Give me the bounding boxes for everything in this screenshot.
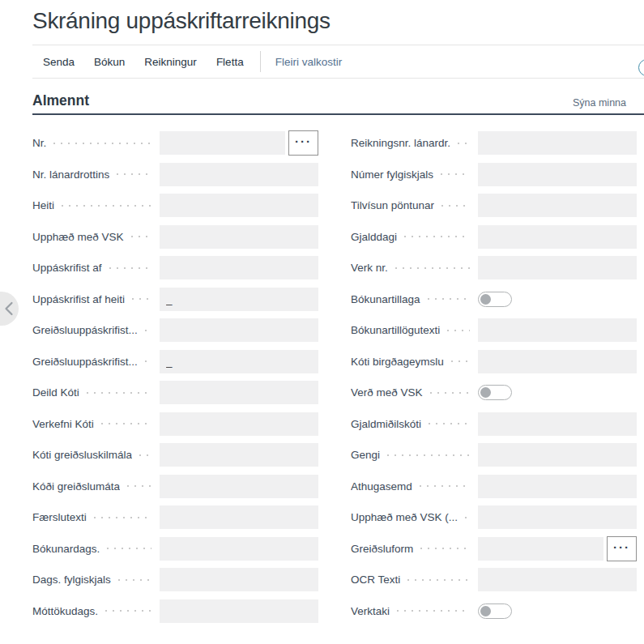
toggle-knob: [480, 294, 491, 305]
verkefni-koti-input[interactable]: [160, 412, 318, 436]
numer-fylgiskjals-label: Númer fylgiskjals: [351, 168, 433, 181]
uppaskrifist-af-control: [160, 256, 318, 279]
action-senda[interactable]: Senda: [38, 56, 79, 68]
greidsluuppaskrifist-2-input[interactable]: [160, 350, 318, 373]
field-row-verd-med-vsk: Verð með VSK: [351, 381, 637, 404]
dotted-leader: [94, 517, 151, 518]
field-row-upphaed-med-vsk: Upphæð með VSK: [32, 225, 318, 249]
upphaed-med-vsk-2-input[interactable]: [478, 505, 637, 529]
dotted-leader: [407, 579, 470, 581]
uppaskrifist-af-heiti-input[interactable]: [160, 288, 318, 311]
upphaed-med-vsk-input[interactable]: [160, 225, 318, 249]
dotted-leader: [420, 548, 470, 549]
faerslutexti-control: [160, 505, 318, 529]
mottokudags-control: [160, 599, 318, 623]
deild-koti-input[interactable]: [160, 381, 318, 404]
form-column-right: Reikningsnr. lánardr.Númer fylgiskjalsTi…: [351, 131, 637, 630]
bokunartillaga-toggle[interactable]: [478, 292, 512, 307]
dotted-leader: [107, 548, 151, 549]
koti-greidsluskilmala-control: [160, 443, 318, 467]
numer-fylgiskjals-control: [478, 163, 637, 186]
reikningsnr-lanardr-label: Reikningsnr. lánardr.: [351, 137, 450, 149]
koti-birgdageymslu-input[interactable]: [478, 350, 637, 373]
dags-fylgiskjals-label: Dags. fylgiskjals: [32, 574, 111, 586]
ocr-texti-input[interactable]: [478, 568, 637, 591]
numer-fylgiskjals-input[interactable]: [478, 163, 637, 186]
greidsluform-control: ···: [478, 537, 637, 561]
gjaldmidilskoti-input[interactable]: [478, 412, 637, 436]
gjalddagi-label: Gjalddagi: [351, 231, 397, 243]
dotted-leader: [87, 392, 151, 394]
ocr-texti-label: OCR Texti: [351, 574, 400, 586]
upphaed-med-vsk-label: Upphæð með VSK: [32, 231, 124, 243]
gjaldmidilskoti-control: [478, 412, 637, 436]
field-row-heiti: Heiti: [32, 194, 318, 217]
action-reikningur[interactable]: Reikningur: [139, 56, 202, 68]
field-row-greidsluuppaskrifist-2: Greiðsluuppáskrifist...: [32, 350, 318, 373]
mottokudags-input[interactable]: [160, 599, 318, 623]
field-row-athugasemd: Athugasemd: [351, 475, 637, 498]
dotted-leader: [465, 517, 470, 518]
dotted-leader: [105, 610, 151, 612]
nr-assist-edit-button[interactable]: ···: [288, 130, 318, 156]
verd-med-vsk-control: [478, 381, 637, 404]
form-column-left: Nr.···Nr. lánardrottinsHeitiUpphæð með V…: [32, 131, 318, 630]
general-form: Nr.···Nr. lánardrottinsHeitiUpphæð með V…: [32, 131, 637, 630]
uppaskrifist-af-input[interactable]: [160, 256, 318, 279]
bokunartillogutexti-input[interactable]: [478, 318, 637, 342]
field-row-bokunartillaga: Bókunartillaga: [351, 288, 637, 311]
verd-med-vsk-toggle[interactable]: [478, 385, 512, 400]
field-row-bokunardags: Bókunardags.: [32, 537, 318, 561]
nr-lanardrottins-input[interactable]: [160, 163, 318, 186]
greidsluuppaskrifist-2-control: [160, 350, 318, 373]
verk-nr-input[interactable]: [478, 256, 637, 279]
dotted-leader: [131, 236, 151, 237]
field-row-uppaskrifist-af-heiti: Uppáskrifist af heiti: [32, 288, 318, 311]
uppaskrifist-af-heiti-control: [160, 288, 318, 311]
field-row-nr: Nr.···: [32, 131, 318, 155]
athugasemd-input[interactable]: [478, 475, 637, 498]
deild-koti-label: Deild Kóti: [32, 386, 79, 399]
gjalddagi-input[interactable]: [478, 225, 637, 249]
dotted-leader: [118, 579, 151, 581]
bokunardags-control: [160, 537, 318, 561]
section-header-almennt: Almennt Sýna minna: [32, 92, 644, 115]
greidsluuppaskrifist-2-label: Greiðsluuppáskrifist...: [32, 356, 138, 368]
bokunartillogutexti-control: [478, 318, 637, 342]
dotted-leader: [397, 610, 470, 612]
greidsluform-assist-edit-button[interactable]: ···: [607, 536, 637, 561]
nr-lanardrottins-label: Nr. lánardrottins: [32, 168, 109, 181]
greidsluuppaskrifist-1-input[interactable]: [160, 318, 318, 342]
action-bokun[interactable]: Bókun: [89, 56, 130, 68]
kodi-greidslumata-input[interactable]: [160, 475, 318, 498]
verktaki-control: [478, 599, 637, 623]
gengi-input[interactable]: [478, 443, 637, 467]
gjalddagi-control: [478, 225, 637, 249]
upphaed-med-vsk-control: [160, 225, 318, 249]
show-less-link[interactable]: Sýna minna: [573, 97, 626, 109]
field-row-dags-fylgiskjals: Dags. fylgiskjals: [32, 568, 318, 591]
dotted-leader: [429, 423, 470, 424]
nr-input[interactable]: [160, 131, 285, 155]
gjaldmidilskoti-label: Gjaldmiðilskóti: [351, 418, 421, 430]
action-fletta[interactable]: Fletta: [211, 56, 249, 68]
koti-greidsluskilmala-input[interactable]: [160, 443, 318, 467]
verktaki-toggle[interactable]: [478, 603, 512, 619]
chevron-left-icon: [4, 301, 14, 316]
field-row-verktaki: Verktaki: [351, 599, 637, 623]
field-row-koti-greidsluskilmala: Kóti greiðsluskilmála: [32, 443, 318, 467]
ocr-texti-control: [478, 568, 637, 591]
bokunardags-input[interactable]: [160, 537, 318, 561]
verk-nr-control: [478, 256, 637, 279]
field-row-gjalddagi: Gjalddagi: [351, 225, 637, 249]
upphaed-med-vsk-2-label: Upphæð með VSK (...: [351, 511, 458, 523]
faerslutexti-input[interactable]: [160, 505, 318, 529]
greidsluform-input[interactable]: [478, 537, 603, 561]
heiti-input[interactable]: [160, 194, 318, 217]
dags-fylgiskjals-input[interactable]: [160, 568, 318, 591]
tilvisun-pontunar-input[interactable]: [478, 194, 637, 217]
reikningsnr-lanardr-input[interactable]: [478, 131, 637, 155]
field-row-nr-lanardrottins: Nr. lánardrottins: [32, 163, 318, 186]
gengi-control: [478, 443, 637, 467]
more-options-button[interactable]: Fleiri valkostir: [271, 56, 348, 68]
